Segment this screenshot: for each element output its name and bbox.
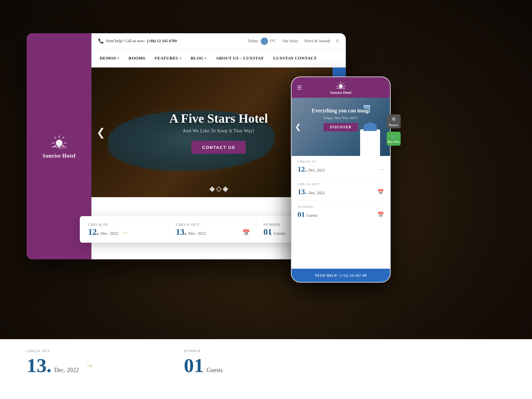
nav-rooms[interactable]: ROOMS [128,56,145,61]
demos-caret: ▾ [117,57,119,60]
bottom-guests-row: 01 Guests [184,355,223,375]
nav-features[interactable]: FEATURES ▾ [155,56,181,61]
guests-text: Guests [274,231,285,236]
demos-button-inner[interactable]: ⚙ Demos [387,114,401,128]
floating-buy-button[interactable]: 🛒 Buy Now [387,132,401,146]
checkin-label: CHECK-IN [88,223,162,226]
svg-point-0 [56,140,63,146]
svg-rect-5 [54,136,56,139]
checkin-day: 12. [88,228,99,236]
mobile-church-shape [360,129,380,156]
mobile-bottom-bar: NEED HELP: (+12) 34-567-89 [292,269,390,282]
mobile-checkout-row: 13. Dec. 2022 📅 [298,188,384,196]
svg-rect-1 [59,135,60,138]
mobile-hero-prev-button[interactable]: ❮ [295,123,301,131]
checkout-calendar-icon[interactable]: 📅 [242,229,250,236]
svg-rect-15 [337,83,339,84]
checkin-month: Dec. 2022 [101,231,118,236]
svg-rect-4 [64,143,66,143]
nav-about[interactable]: ABOUT US – LUXSTAY [216,56,264,61]
mobile-checkout-label: CHECK-OUT [298,183,384,186]
news-awards-link[interactable]: News & Awards [304,39,330,44]
mobile-menu-icon[interactable]: ☰ [297,84,302,91]
checkout-month: Dec. 2022 [188,231,206,236]
bottom-checkout-label: CHECK OUT [27,349,97,353]
help-text: Need help? Call us now: [106,39,145,44]
phone-number: (+88) 12 345 6789 [147,39,177,44]
desktop-nav: DEMOS ▾ ROOMS FEATURES ▾ BLOG ▾ ABOUT US… [91,49,346,67]
mobile-checkout-date: 13. Dec. 2022 [298,188,325,196]
svg-rect-11 [340,82,341,83]
hero-dots [210,187,227,191]
mobile-checkin-row: 12. Dec. 2022 → [298,165,384,174]
demos-label: Demos [389,123,399,127]
checkout-date-row: 13. Dec. 2022 📅 [176,228,250,236]
hero-subtitle: And We Like To Keep It That Way! [169,128,268,134]
mobile-checkin-day: 12. [298,165,307,174]
mobile-checkin-date: 12. Dec. 2022 [298,165,325,174]
mobile-bottom-phone: NEED HELP: (+12) 34-567-89 [315,274,367,277]
mobile-hero: ❮ Everything you can imagi Happy New Yea… [292,98,390,156]
mobile-logo-area: Sunrise Hotel [330,81,351,94]
mobile-hero-subtitle: Happy New Year 2021! [292,116,390,120]
mobile-discover-button[interactable]: DISCOVER [324,123,358,131]
mobile-guests-label: NUMBER [298,205,384,208]
mobile-checkin-field: CHECK-IN 12. Dec. 2022 → [298,160,384,178]
floating-demos-button[interactable]: ⚙ Demos [387,114,401,128]
svg-rect-14 [343,86,345,86]
mobile-guests-field: NUMBER 01 Guests 📅 [298,205,384,223]
svg-rect-17 [343,83,344,84]
checkin-date-row: 12. Dec. 2022 → [88,228,162,236]
dot-2[interactable] [216,187,221,192]
mobile-checkout-month: Dec. 2022 [309,191,325,196]
checkout-field: CHECK-OUT 13. Dec. 2022 📅 [176,223,250,236]
checkout-label: CHECK-OUT [176,223,250,226]
mobile-checkin-month: Dec. 2022 [309,168,325,173]
booking-divider-2 [256,222,257,237]
desktop-logo-text: Sunrise Hotel [43,153,75,159]
hero-prev-button[interactable]: ❮ [96,126,105,139]
svg-rect-19 [336,88,345,88]
hero-title: A Five Stars Hotel [169,111,268,126]
mobile-booking-section: CHECK-IN 12. Dec. 2022 → CHECK-OUT 13. D… [292,156,390,231]
topbar-links: Our Story News & Awards G [282,39,339,44]
dot-1[interactable] [209,187,215,192]
mobile-guests-calendar-icon[interactable]: 📅 [377,211,384,218]
bottom-checkout-day: 13. [27,355,52,375]
nav-contact[interactable]: LUXSTAY CONTACT [273,56,317,61]
features-caret: ▾ [180,57,181,60]
nav-blog[interactable]: BLOG ▾ [191,56,206,61]
cart-icon: 🛒 [391,134,397,140]
mobile-hero-text: Everything you can imagi Happy New Year … [292,108,390,131]
mobile-checkout-day: 13. [298,188,307,196]
g-link[interactable]: G [336,39,339,44]
logo-sun-icon [49,134,69,150]
buy-button-inner[interactable]: 🛒 Buy Now [387,132,401,146]
desktop-topbar: 📞 Need help? Call us now: (+88) 12 345 6… [91,33,346,49]
mobile-checkout-calendar-icon[interactable]: 📅 [377,189,384,195]
nav-demos[interactable]: DEMOS ▾ [100,56,119,61]
mobile-header: ☰ Sunrise Hotel [292,77,390,98]
topbar-today: Today: 1°C [248,38,276,45]
guests-num: 01 [263,228,272,236]
mobile-checkin-label: CHECK-IN [298,160,384,163]
svg-rect-7 [62,136,64,139]
bottom-checkout-field: CHECK OUT 13. Dec. 2022 → [27,349,97,375]
hero-cta-button[interactable]: CONTACT US [192,141,246,154]
mobile-checkout-field: CHECK-OUT 13. Dec. 2022 📅 [298,183,384,200]
mobile-hero-title: Everything you can imagi [292,108,390,114]
bottom-guests-text: Guests [206,367,223,374]
blog-caret: ▾ [205,57,206,60]
weather-icon [261,38,268,45]
dot-3[interactable] [222,187,228,192]
bottom-checkout-month: Dec. 2022 [54,367,79,374]
checkout-day: 13. [176,228,187,236]
mobile-guests-row: 01 Guests 📅 [298,210,384,219]
svg-rect-13 [336,86,338,86]
hero-text-block: A Five Stars Hotel And We Like To Keep I… [169,111,268,154]
mobile-logo-text: Sunrise Hotel [330,90,351,94]
mobile-guests-date: 01 Guests [298,210,318,219]
our-story-link[interactable]: Our Story [282,39,298,44]
bottom-checkout-row: 13. Dec. 2022 → [27,355,97,375]
bottom-number-label: NUMBER [184,349,223,353]
